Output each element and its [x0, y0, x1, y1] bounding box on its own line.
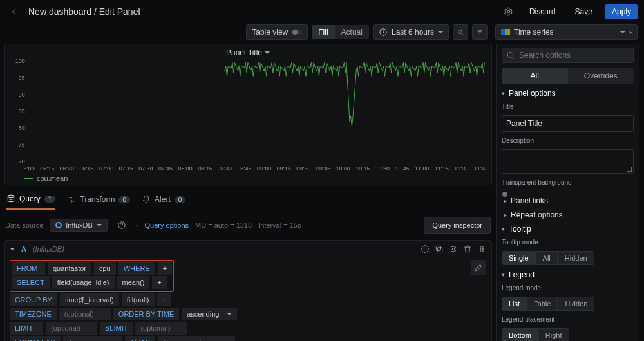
svg-text:100: 100: [15, 58, 25, 64]
table-view-toggle[interactable]: Table view: [246, 24, 308, 40]
limit-keyword: LIMIT: [10, 322, 43, 335]
formatas-keyword: FORMAT AS: [10, 336, 61, 341]
query-options-link[interactable]: Query options: [145, 221, 189, 229]
select-add-button[interactable]: +: [152, 276, 166, 289]
chevron-down-icon: [620, 28, 625, 37]
svg-text:06:00: 06:00: [21, 165, 35, 172]
svg-text:10:30: 10:30: [375, 165, 390, 172]
from-add-button[interactable]: +: [158, 262, 172, 275]
section-panel-options[interactable]: ▾ Panel options: [502, 89, 634, 98]
svg-point-45: [480, 251, 481, 252]
svg-text:09:30: 09:30: [296, 165, 310, 172]
svg-text:11:00: 11:00: [415, 165, 429, 172]
chevron-down-icon: ▾: [502, 226, 505, 232]
svg-rect-39: [436, 246, 440, 250]
legend-series-name[interactable]: cpu.mean: [37, 174, 68, 182]
panel-title-chevron-icon[interactable]: [265, 48, 270, 57]
svg-text:09:15: 09:15: [277, 165, 291, 172]
options-search-input[interactable]: [519, 51, 629, 60]
query-point-icon[interactable]: [421, 244, 430, 253]
legend-mode-hidden[interactable]: Hidden: [558, 297, 594, 311]
groupby-add-button[interactable]: +: [157, 293, 171, 306]
zoom-out-button[interactable]: [453, 24, 468, 40]
timezone-keyword: TIMEZONE: [10, 308, 57, 320]
all-overrides-segment: All Overrides: [502, 68, 634, 84]
alias-input[interactable]: Naming pattern: [158, 336, 235, 341]
section-repeat-options[interactable]: ▸ Repeat options: [502, 210, 634, 219]
from-tag[interactable]: cpu: [94, 262, 116, 275]
svg-text:11:30: 11:30: [454, 165, 468, 172]
legend-placement-right[interactable]: Right: [538, 328, 569, 341]
tooltip-mode-label: Tooltip mode: [502, 239, 634, 246]
database-icon: [6, 194, 15, 203]
section-legend[interactable]: ▾ Legend: [502, 270, 634, 279]
panel-description-textarea[interactable]: [502, 149, 634, 174]
select-keyword: SELECT: [12, 276, 50, 289]
query-inspector-button[interactable]: Query inspector: [424, 217, 491, 234]
section-tooltip[interactable]: ▾ Tooltip: [502, 225, 634, 234]
chart-plot: 70758085909510006:0006:1506:3006:4507:00…: [10, 57, 486, 173]
groupby-keyword: GROUP BY: [10, 293, 57, 306]
svg-text:09:00: 09:00: [257, 165, 271, 172]
settings-gear-icon[interactable]: [501, 4, 516, 19]
time-range-label: Last 6 hours: [392, 28, 434, 37]
limit-input[interactable]: (optional): [46, 322, 97, 335]
tooltip-mode-hidden[interactable]: Hidden: [558, 251, 594, 265]
from-measurement[interactable]: quantastor: [48, 262, 91, 275]
select-aggregation[interactable]: mean(): [117, 276, 150, 289]
section-panel-links[interactable]: ▸ Panel links: [502, 196, 634, 205]
apply-button[interactable]: Apply: [605, 4, 638, 19]
tab-alert[interactable]: Alert 0: [142, 189, 185, 210]
legend-mode-list[interactable]: List: [502, 297, 527, 311]
chevron-down-icon: [97, 221, 102, 229]
datasource-select[interactable]: InfluxDB: [50, 219, 108, 232]
select-field[interactable]: field(usage_idle): [52, 276, 115, 289]
query-ref-letter[interactable]: A: [21, 245, 26, 253]
tooltip-mode-single[interactable]: Single: [502, 251, 536, 265]
orderby-select[interactable]: ascending: [182, 308, 237, 320]
from-keyword: FROM: [12, 262, 45, 275]
collapse-query-icon[interactable]: [10, 245, 15, 253]
svg-text:75: 75: [19, 142, 25, 148]
timezone-input[interactable]: (optional): [59, 308, 111, 320]
svg-point-37: [422, 246, 429, 253]
toggle-text-edit-pencil-icon[interactable]: [471, 260, 486, 275]
duplicate-query-icon[interactable]: [435, 244, 444, 253]
svg-text:07:00: 07:00: [99, 165, 113, 172]
seg-overrides[interactable]: Overrides: [568, 68, 634, 84]
discard-button[interactable]: Discard: [523, 4, 562, 19]
actual-option[interactable]: Actual: [335, 25, 369, 39]
slimit-input[interactable]: (optional): [135, 322, 187, 335]
svg-point-40: [452, 248, 455, 250]
drag-query-icon[interactable]: [477, 244, 486, 253]
svg-point-46: [482, 251, 484, 252]
chevron-down-icon: [227, 310, 232, 318]
delete-query-trash-icon[interactable]: [463, 244, 472, 253]
svg-point-34: [8, 195, 14, 198]
svg-point-43: [480, 248, 481, 250]
chevron-down-icon: [438, 28, 443, 37]
save-button[interactable]: Save: [569, 4, 599, 19]
query-options-interval: Interval = 15s: [258, 221, 301, 229]
refresh-button[interactable]: [472, 24, 488, 40]
datasource-help-icon[interactable]: [114, 217, 129, 233]
where-keyword[interactable]: WHERE: [118, 262, 155, 275]
formatas-select[interactable]: Time series: [63, 336, 122, 341]
groupby-time[interactable]: time($_interval): [60, 293, 119, 306]
toggle-query-eye-icon[interactable]: [449, 244, 458, 253]
tab-transform[interactable]: Transform 0: [67, 189, 130, 210]
legend-placement-label: Legend placement: [502, 316, 634, 323]
legend-mode-table[interactable]: Table: [527, 297, 558, 311]
seg-all[interactable]: All: [502, 68, 568, 84]
time-range-picker[interactable]: Last 6 hours: [373, 24, 449, 40]
groupby-fill[interactable]: fill(null): [122, 293, 155, 306]
visualization-picker[interactable]: Time series ›: [495, 24, 638, 40]
options-search[interactable]: [502, 48, 634, 63]
transform-icon: [67, 195, 76, 204]
fill-option[interactable]: Fill: [312, 25, 334, 39]
panel-title-input[interactable]: [502, 115, 634, 132]
tooltip-mode-all[interactable]: All: [536, 251, 558, 265]
tab-query[interactable]: Query 1: [6, 189, 55, 210]
legend-placement-bottom[interactable]: Bottom: [502, 328, 538, 341]
back-arrow-icon[interactable]: [6, 4, 22, 19]
